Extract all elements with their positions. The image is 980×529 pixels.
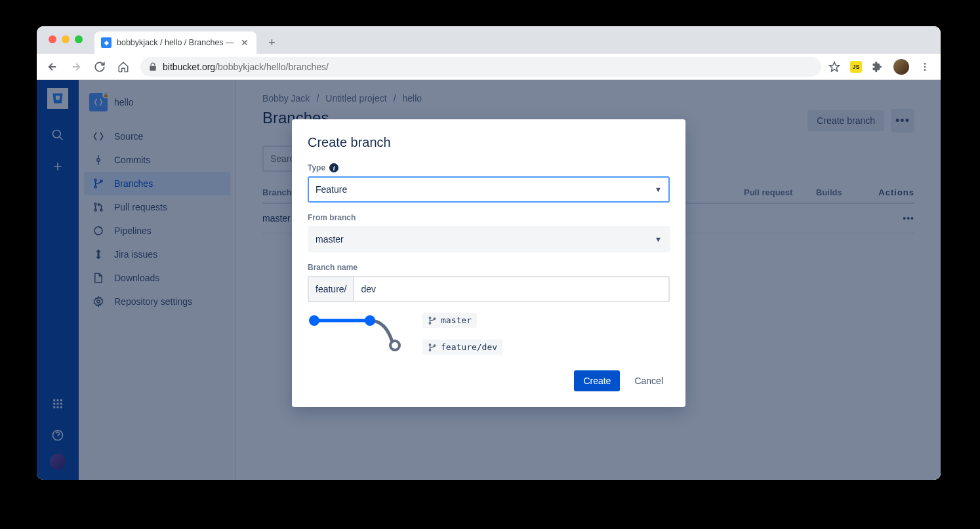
modal-create-button[interactable]: Create <box>574 370 620 391</box>
svg-point-27 <box>429 317 430 318</box>
create-branch-modal: Create branch Type i Feature ▼ From bran… <box>292 119 685 407</box>
tab-bar: ◈ bobbykjack / hello / Branches — ✕ + <box>37 26 941 54</box>
source-branch-chip: master <box>422 313 477 328</box>
svg-point-26 <box>390 341 399 350</box>
url-field[interactable]: bitbucket.org/bobbykjack/hello/branches/ <box>140 57 821 77</box>
branch-name-prefix: feature/ <box>308 276 353 302</box>
type-select[interactable]: Feature ▼ <box>308 176 670 203</box>
from-branch-value: master <box>316 234 344 245</box>
extensions-icon[interactable] <box>871 60 884 73</box>
modal-overlay[interactable]: Create branch Type i Feature ▼ From bran… <box>37 80 941 480</box>
branch-name-label: Branch name <box>308 263 670 272</box>
from-branch-label: From branch <box>308 213 670 222</box>
star-icon[interactable] <box>828 60 841 73</box>
tab-close-button[interactable]: ✕ <box>239 37 250 48</box>
branches-icon <box>428 316 437 325</box>
extension-icons: JS <box>828 59 935 75</box>
close-window-button[interactable] <box>49 35 56 43</box>
branch-name-input[interactable] <box>353 276 670 302</box>
svg-point-28 <box>429 322 430 323</box>
svg-point-2 <box>924 69 926 71</box>
new-tab-button[interactable]: + <box>263 33 281 52</box>
reload-button[interactable] <box>89 56 110 77</box>
window-controls <box>43 26 89 43</box>
js-extension-icon[interactable]: JS <box>850 61 862 73</box>
type-label: Type i <box>308 163 670 172</box>
minimize-window-button[interactable] <box>62 35 70 43</box>
lock-icon <box>148 62 157 71</box>
svg-point-1 <box>924 66 926 68</box>
tab-title: bobbykjack / hello / Branches — <box>117 38 234 47</box>
home-button[interactable] <box>113 56 134 77</box>
chevron-down-icon: ▼ <box>655 186 662 193</box>
browser-window: ◈ bobbykjack / hello / Branches — ✕ + bi… <box>37 26 941 480</box>
branch-graph-icon <box>308 313 403 352</box>
browser-tab[interactable]: ◈ bobbykjack / hello / Branches — ✕ <box>94 31 256 54</box>
forward-button[interactable] <box>66 56 87 77</box>
browser-menu-button[interactable] <box>918 60 931 73</box>
from-branch-select[interactable]: master ▼ <box>308 226 670 252</box>
modal-title: Create branch <box>308 135 670 150</box>
svg-point-31 <box>429 349 430 350</box>
back-button[interactable] <box>42 56 63 77</box>
chevron-down-icon: ▼ <box>655 235 662 243</box>
info-icon[interactable]: i <box>329 163 338 172</box>
branch-diagram: master feature/dev <box>308 313 670 355</box>
address-bar: bitbucket.org/bobbykjack/hello/branches/… <box>37 54 941 80</box>
maximize-window-button[interactable] <box>75 35 83 43</box>
svg-point-0 <box>924 63 926 65</box>
app-content: 🔒 hello Source Commits Branches <box>37 80 941 480</box>
modal-cancel-button[interactable]: Cancel <box>628 370 670 391</box>
url-text: bitbucket.org/bobbykjack/hello/branches/ <box>163 62 329 72</box>
svg-point-24 <box>309 315 319 326</box>
profile-avatar[interactable] <box>893 59 909 75</box>
svg-point-30 <box>429 343 430 345</box>
type-value: Feature <box>316 184 347 195</box>
target-branch-chip: feature/dev <box>422 340 502 355</box>
branches-icon <box>428 343 437 352</box>
bitbucket-favicon: ◈ <box>101 37 112 48</box>
svg-point-25 <box>365 315 375 326</box>
